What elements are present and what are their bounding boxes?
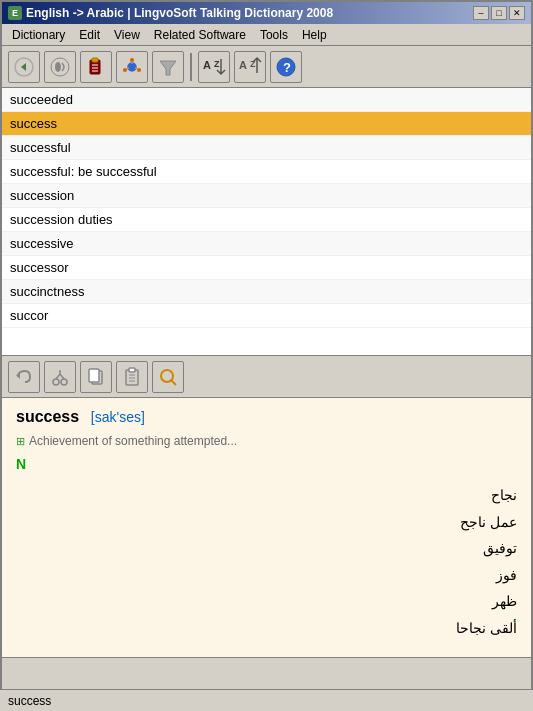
menu-bar: Dictionary Edit View Related Software To…	[2, 24, 531, 46]
word-item[interactable]: succeeded	[2, 88, 531, 112]
svg-line-27	[60, 374, 64, 379]
maximize-button[interactable]: □	[491, 6, 507, 20]
help-button[interactable]: ?	[270, 51, 302, 83]
secondary-toolbar	[2, 356, 531, 398]
word-item[interactable]: successful: be successful	[2, 160, 531, 184]
menu-view[interactable]: View	[108, 26, 146, 44]
svg-marker-16	[160, 61, 176, 75]
minimize-button[interactable]: –	[473, 6, 489, 20]
status-text: success	[8, 694, 51, 708]
word-item[interactable]: succinctness	[2, 280, 531, 304]
svg-point-11	[137, 68, 141, 72]
definition-word: success	[16, 408, 79, 425]
arabic-translation: فوز	[16, 562, 517, 589]
speaker-icon	[49, 56, 71, 78]
svg-point-12	[123, 68, 127, 72]
word-item[interactable]: succor	[2, 304, 531, 328]
word-item[interactable]: succession duties	[2, 208, 531, 232]
word-list[interactable]: succeededsuccesssuccessfulsuccessful: be…	[2, 88, 531, 356]
search-button[interactable]	[152, 361, 184, 393]
svg-point-2	[55, 62, 61, 72]
undo-button[interactable]	[8, 361, 40, 393]
arabic-translations: نجاحعمل ناجحتوفيقفوزظهرألقى نجاحا	[16, 482, 517, 642]
sort-az-icon: A Z	[200, 53, 228, 81]
undo-icon	[13, 366, 35, 388]
svg-rect-32	[129, 368, 135, 372]
menu-dictionary[interactable]: Dictionary	[6, 26, 71, 44]
svg-text:Z: Z	[214, 59, 220, 69]
window-title: English -> Arabic | LingvoSoft Talking D…	[26, 6, 333, 20]
arabic-translation: نجاح	[16, 482, 517, 509]
svg-text:A: A	[239, 59, 247, 71]
copy-icon	[85, 366, 107, 388]
sort-az-button[interactable]: A Z	[198, 51, 230, 83]
menu-edit[interactable]: Edit	[73, 26, 106, 44]
arabic-translation: توفيق	[16, 535, 517, 562]
svg-line-15	[127, 68, 129, 69]
arabic-translation: ظهر	[16, 588, 517, 615]
definition-phonetic: [sak'ses]	[91, 409, 145, 425]
paste-button[interactable]	[80, 51, 112, 83]
arabic-translation: ألقى نجاحا	[16, 615, 517, 642]
menu-related-software[interactable]: Related Software	[148, 26, 252, 44]
svg-line-14	[135, 68, 137, 69]
filter-button[interactable]	[152, 51, 184, 83]
svg-text:A: A	[203, 59, 211, 71]
sense-text: Achievement of something attempted...	[29, 434, 237, 448]
window-controls: – □ ✕	[473, 6, 525, 20]
toolbar-separator	[190, 53, 192, 81]
scissors-icon	[49, 366, 71, 388]
svg-line-26	[56, 374, 60, 379]
app-icon: E	[8, 6, 22, 20]
svg-rect-30	[89, 369, 99, 382]
word-item[interactable]: succession	[2, 184, 531, 208]
expand-icon: ⊞	[16, 435, 25, 448]
close-button[interactable]: ✕	[509, 6, 525, 20]
clipboard-icon	[121, 366, 143, 388]
arabic-translation: عمل ناجح	[16, 509, 517, 536]
paste2-button[interactable]	[116, 361, 148, 393]
word-item[interactable]: successful	[2, 136, 531, 160]
help-icon: ?	[275, 56, 297, 78]
svg-point-25	[61, 379, 67, 385]
network-button[interactable]	[116, 51, 148, 83]
network-icon	[121, 56, 143, 78]
svg-text:?: ?	[283, 60, 291, 75]
menu-help[interactable]: Help	[296, 26, 333, 44]
status-bar: success	[0, 689, 533, 711]
svg-line-37	[171, 380, 176, 385]
svg-rect-4	[92, 58, 98, 62]
title-bar: E English -> Arabic | LingvoSoft Talking…	[2, 2, 531, 24]
word-item[interactable]: successor	[2, 256, 531, 280]
svg-point-10	[130, 58, 134, 62]
filter-icon	[157, 56, 179, 78]
menu-tools[interactable]: Tools	[254, 26, 294, 44]
back-icon	[14, 57, 34, 77]
paste-icon	[85, 56, 107, 78]
word-item[interactable]: success	[2, 112, 531, 136]
definition-panel: success [sak'ses] ⊞ Achievement of somet…	[2, 398, 531, 658]
copy-button[interactable]	[80, 361, 112, 393]
definition-sense: ⊞ Achievement of something attempted...	[16, 434, 517, 448]
sort-za-icon: A Z	[236, 53, 264, 81]
cut-button[interactable]	[44, 361, 76, 393]
sort-za-button[interactable]: A Z	[234, 51, 266, 83]
word-item[interactable]: successive	[2, 232, 531, 256]
back-button[interactable]	[8, 51, 40, 83]
speak-button[interactable]	[44, 51, 76, 83]
magnifier-icon	[157, 366, 179, 388]
svg-point-24	[53, 379, 59, 385]
main-toolbar: A Z A Z ?	[2, 46, 531, 88]
part-of-speech: N	[16, 456, 517, 472]
